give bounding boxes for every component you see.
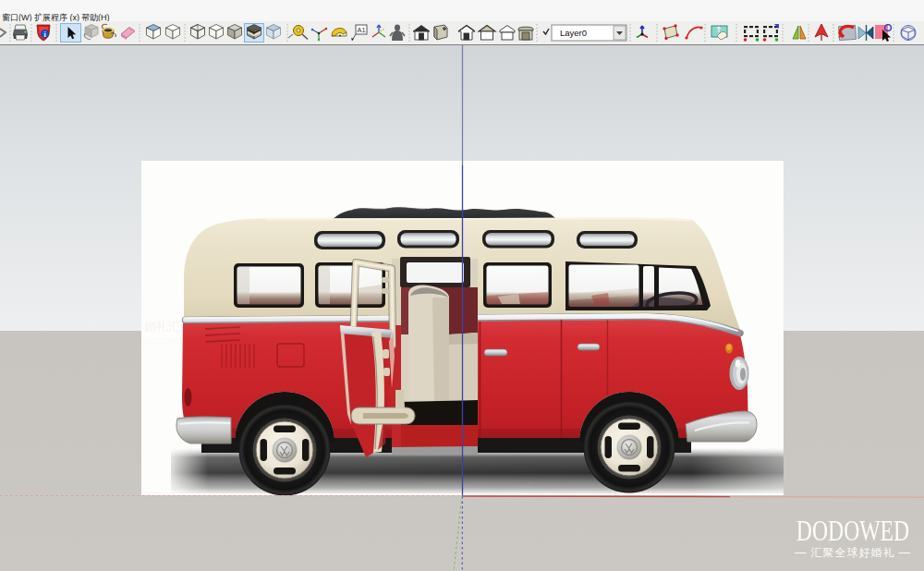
svg-text:A1: A1 (357, 26, 365, 34)
svg-text:Layer0: Layer0 (560, 28, 587, 38)
